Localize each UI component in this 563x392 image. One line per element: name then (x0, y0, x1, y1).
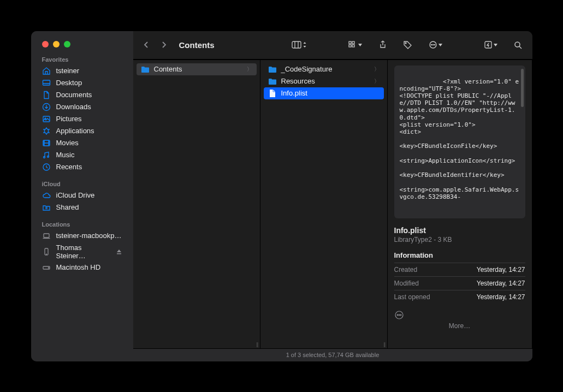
search-button[interactable] (511, 37, 526, 52)
chevron-right-icon: 〉 (247, 66, 252, 73)
sidebar-item-documents[interactable]: Documents (31, 89, 133, 101)
toolbar: Contents (133, 31, 532, 60)
home-icon (42, 67, 51, 75)
tags-button[interactable] (400, 37, 416, 52)
download-icon (42, 103, 51, 111)
preview-subtitle: LibraryType2 - 3 KB (394, 236, 525, 243)
info-value: Yesterday, 14:27 (477, 266, 525, 274)
sidebar-item-label: Thomas Steiner… (56, 243, 110, 260)
music-icon (42, 151, 51, 159)
column-1[interactable]: Contents 〉 ‖ (133, 60, 260, 348)
preview-filename: Info.plist (394, 226, 525, 235)
clock-icon (42, 163, 51, 171)
file-preview[interactable]: <?xml version="1.0" encoding="UTF-8"?> <… (394, 66, 525, 218)
chevron-right-icon: 〉 (374, 66, 380, 73)
folder-row-codesignature[interactable]: _CodeSignature 〉 (264, 63, 384, 75)
folder-icon (268, 77, 277, 86)
folder-row-contents[interactable]: Contents 〉 (137, 63, 257, 75)
svg-point-18 (405, 43, 406, 44)
info-heading: Information (394, 251, 525, 259)
sidebar-item-phone[interactable]: Thomas Steiner… (31, 242, 133, 262)
svg-point-27 (399, 314, 400, 316)
phone-icon (42, 247, 51, 256)
column-2[interactable]: _CodeSignature 〉 Resources 〉 Info.plist … (260, 60, 388, 348)
picture-icon (42, 115, 51, 123)
desktop-icon (42, 79, 51, 87)
window-title: Contents (179, 40, 215, 50)
sidebar-item-label: Recents (56, 163, 82, 171)
file-icon (268, 89, 277, 98)
sidebar: Favorites tsteiner Desktop Documents Dow… (31, 31, 133, 361)
finder-window: Favorites tsteiner Desktop Documents Dow… (31, 31, 532, 361)
row-label: _CodeSignature (281, 65, 333, 73)
sidebar-item-disk[interactable]: Macintosh HD (31, 262, 133, 274)
column-resize-handle[interactable]: ‖ (383, 342, 386, 347)
svg-point-26 (397, 314, 398, 316)
svg-point-8 (45, 207, 47, 209)
window-controls (31, 38, 133, 56)
preview-content: <?xml version="1.0" encoding="UTF-8"?> <… (400, 78, 519, 200)
status-bar: 1 of 3 selected, 57,74 GB available (133, 348, 532, 361)
scrollbar-thumb[interactable] (521, 69, 524, 107)
forward-button[interactable] (157, 38, 170, 51)
back-button[interactable] (140, 38, 153, 51)
disk-icon (42, 263, 51, 272)
sidebar-item-icloud-drive[interactable]: iCloud Drive (31, 189, 133, 201)
sidebar-item-pictures[interactable]: Pictures (31, 113, 133, 125)
action-button[interactable] (425, 37, 446, 52)
minimize-button[interactable] (53, 41, 60, 47)
more-link[interactable]: More… (394, 322, 525, 330)
sidebar-item-movies[interactable]: Movies (31, 137, 133, 149)
status-text: 1 of 3 selected, 57,74 GB available (286, 352, 380, 358)
chevron-right-icon: 〉 (374, 78, 380, 85)
svg-rect-13 (292, 41, 301, 48)
row-label: Resources (281, 77, 315, 85)
sidebar-item-shared[interactable]: Shared (31, 201, 133, 213)
svg-point-5 (43, 156, 45, 158)
info-row-created: Created Yesterday, 14:27 (394, 263, 525, 276)
file-row-info-plist[interactable]: Info.plist (264, 87, 384, 99)
sidebar-heading: iCloud (31, 181, 133, 189)
svg-point-6 (47, 156, 49, 157)
folder-row-resources[interactable]: Resources 〉 (264, 75, 384, 87)
app-icon (42, 127, 51, 135)
more-button[interactable] (394, 310, 525, 320)
sidebar-item-laptop[interactable]: tsteiner-macbookp… (31, 230, 133, 242)
sidebar-item-desktop[interactable]: Desktop (31, 77, 133, 89)
sidebar-item-applications[interactable]: Applications (31, 125, 133, 137)
sidebar-item-label: Applications (56, 127, 94, 135)
group-button[interactable] (345, 37, 365, 52)
row-label: Info.plist (281, 89, 307, 97)
sidebar-item-recents[interactable]: Recents (31, 161, 133, 173)
sidebar-item-music[interactable]: Music (31, 149, 133, 161)
svg-point-22 (434, 44, 435, 45)
eject-icon[interactable] (116, 248, 122, 255)
column-resize-handle[interactable]: ‖ (256, 342, 259, 347)
svg-point-12 (48, 267, 49, 268)
shared-folder-icon (42, 203, 51, 212)
info-key: Last opened (394, 293, 430, 301)
sidebar-item-downloads[interactable]: Downloads (31, 101, 133, 113)
content-area: Contents (133, 31, 532, 361)
info-value: Yesterday, 14:27 (477, 293, 525, 301)
info-row-modified: Modified Yesterday, 14:27 (394, 276, 525, 290)
sidebar-item-label: Desktop (56, 79, 82, 87)
maximize-button[interactable] (64, 41, 70, 47)
close-button[interactable] (42, 41, 49, 47)
view-mode-button[interactable] (288, 37, 310, 52)
svg-rect-0 (43, 80, 50, 85)
sidebar-item-home[interactable]: tsteiner (31, 65, 133, 77)
info-key: Modified (394, 280, 419, 287)
svg-point-21 (432, 44, 433, 45)
svg-point-20 (431, 44, 431, 45)
quick-actions-button[interactable] (481, 37, 501, 52)
svg-rect-14 (349, 41, 351, 44)
sidebar-heading: Favorites (31, 56, 133, 65)
sidebar-item-label: Macintosh HD (56, 263, 101, 271)
svg-rect-9 (44, 234, 49, 237)
main-area: Favorites tsteiner Desktop Documents Dow… (31, 31, 532, 361)
info-row-last-opened: Last opened Yesterday, 14:27 (394, 290, 525, 304)
info-key: Created (394, 266, 418, 274)
share-button[interactable] (375, 37, 390, 52)
folder-icon (268, 65, 277, 74)
